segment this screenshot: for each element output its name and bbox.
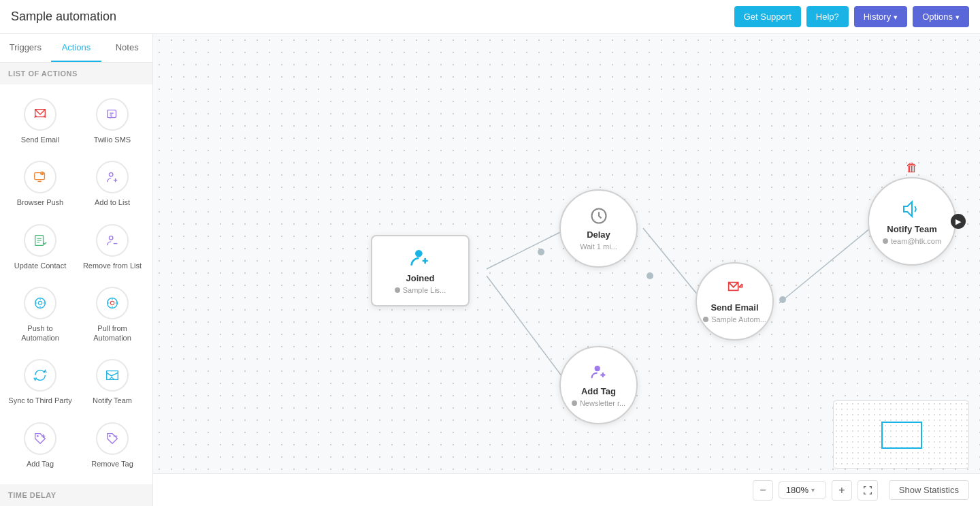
pull-automation-icon-wrapper: [96, 287, 129, 319]
push-automation-icon-wrapper: [24, 287, 56, 319]
notify-icon: [105, 368, 120, 383]
tab-triggers[interactable]: Triggers: [0, 34, 51, 62]
contact-icon: [33, 233, 48, 248]
svg-point-23: [109, 435, 111, 437]
delete-icon[interactable]: 🗑: [906, 161, 918, 175]
svg-point-31: [779, 296, 786, 303]
twilio-sms-icon-wrapper: [96, 98, 129, 131]
svg-point-19: [110, 301, 114, 305]
sidebar-tabs: Triggers Actions Notes: [0, 34, 152, 63]
notify-team-title: Notify Team: [887, 224, 936, 234]
addlist-icon: [105, 170, 120, 185]
action-update-contact[interactable]: Update Contact: [5, 216, 75, 276]
zoom-chevron-icon: ▾: [811, 486, 815, 494]
removetag-icon: [105, 431, 120, 446]
app-header: Sample automation Get Support Help? Hist…: [0, 0, 980, 34]
svg-point-36: [594, 366, 600, 371]
add-tag-subtitle: Newsletter r...: [572, 399, 625, 407]
history-chevron-icon: [894, 12, 898, 22]
history-button[interactable]: History: [854, 6, 907, 27]
remove-tag-label: Remove Tag: [91, 459, 133, 469]
svg-point-17: [38, 301, 42, 305]
notify-team-node[interactable]: 🗑 Notify Team team@htk.com ▶: [868, 177, 956, 266]
removelist-icon: [105, 233, 120, 248]
person-add-icon: [410, 247, 431, 269]
action-push-to-automation[interactable]: Push to Automation: [5, 279, 75, 349]
sync-to-third-party-label: Sync to Third Party: [8, 396, 71, 405]
options-chevron-icon: [956, 12, 960, 22]
push-icon: !: [33, 170, 48, 185]
action-add-to-list[interactable]: Add to List: [78, 153, 147, 212]
header-actions: Get Support Help? History Options: [734, 6, 969, 27]
main-layout: Triggers Actions Notes LIST OF ACTIONS S…: [0, 34, 980, 506]
time-delay-label: TIME DELAY: [0, 484, 152, 506]
show-statistics-button[interactable]: Show Statistics: [889, 480, 969, 500]
action-notify-team[interactable]: Notify Team: [78, 351, 147, 411]
svg-point-14: [109, 236, 113, 240]
update-contact-icon-wrapper: [24, 224, 56, 257]
pushautomation-icon: [33, 296, 48, 311]
add-to-list-icon-wrapper: [96, 161, 129, 193]
browser-push-label: Browser Push: [17, 197, 63, 207]
automation-canvas[interactable]: Joined Sample Lis... Delay Wait 1 mi...: [153, 34, 980, 506]
notify-team-label: Notify Team: [93, 396, 132, 405]
pull-from-automation-label: Pull from Automation: [80, 323, 144, 343]
fit-screen-button[interactable]: [858, 480, 878, 501]
send-email-title: Send Email: [710, 302, 758, 313]
joined-node[interactable]: Joined Sample Lis...: [371, 235, 470, 306]
options-button[interactable]: Options: [913, 6, 969, 27]
pullautomation-icon: [105, 296, 120, 311]
sync-icon-wrapper: [24, 359, 56, 392]
help-button[interactable]: Help?: [806, 6, 849, 27]
svg-point-30: [647, 272, 653, 279]
zoom-out-button[interactable]: −: [753, 480, 773, 501]
sms-icon: [105, 107, 120, 122]
send-email-label: Send Email: [21, 135, 59, 144]
action-send-email[interactable]: Send Email: [5, 90, 75, 150]
delay-node[interactable]: Delay Wait 1 mi...: [559, 189, 638, 268]
tab-actions[interactable]: Actions: [51, 34, 102, 62]
browser-push-icon-wrapper: !: [24, 161, 56, 193]
delay-title: Delay: [587, 230, 610, 240]
notify-team-icon-wrapper: [96, 359, 129, 392]
delay-subtitle: Wait 1 mi...: [580, 242, 617, 251]
add-tag-title: Add Tag: [581, 386, 616, 396]
zoom-in-button[interactable]: +: [832, 480, 852, 501]
zoom-display: 180% ▾: [779, 481, 826, 499]
send-email-subtitle: Sample Autom...: [703, 315, 766, 323]
next-arrow-icon[interactable]: ▶: [951, 214, 966, 229]
send-email-icon-wrapper: [24, 98, 56, 131]
twilio-sms-label: Twilio SMS: [94, 135, 131, 144]
joined-title: Joined: [406, 273, 435, 283]
action-remove-tag[interactable]: Remove Tag: [78, 414, 147, 474]
svg-line-28: [779, 225, 875, 303]
get-support-button[interactable]: Get Support: [734, 6, 801, 27]
bottom-toolbar: − 180% ▾ + Show Statistics: [153, 473, 980, 506]
action-sync-third-party[interactable]: Sync to Third Party: [5, 351, 75, 411]
tab-notes[interactable]: Notes: [101, 34, 152, 62]
email-arrow-icon: [725, 279, 745, 298]
action-twilio-sms[interactable]: Twilio SMS: [78, 90, 147, 150]
remove-from-list-label: Remove from List: [83, 261, 142, 270]
mini-map: [833, 400, 969, 469]
svg-rect-0: [108, 110, 116, 118]
svg-point-29: [538, 249, 544, 255]
actions-grid: Send Email Twilio SMS: [0, 84, 152, 479]
action-browser-push[interactable]: ! Browser Push: [5, 153, 75, 212]
email-icon: [33, 107, 48, 122]
push-to-automation-label: Push to Automation: [8, 323, 72, 343]
add-tag-node[interactable]: Add Tag Newsletter r...: [559, 346, 638, 424]
notify-team-subtitle: team@htk.com: [883, 237, 941, 245]
add-tag-label: Add Tag: [27, 459, 54, 469]
action-remove-from-list[interactable]: Remove from List: [78, 216, 147, 276]
addtag-icon: [33, 431, 48, 446]
megaphone-icon: [901, 198, 923, 220]
action-pull-from-automation[interactable]: Pull from Automation: [78, 279, 147, 349]
svg-line-25: [487, 228, 568, 269]
sidebar: Triggers Actions Notes LIST OF ACTIONS S…: [0, 34, 153, 506]
clock-icon: [589, 206, 608, 225]
update-contact-label: Update Contact: [14, 261, 66, 270]
remove-tag-icon-wrapper: [96, 422, 129, 455]
action-add-tag[interactable]: Add Tag: [5, 414, 75, 474]
send-email-node[interactable]: Send Email Sample Autom...: [696, 262, 774, 341]
